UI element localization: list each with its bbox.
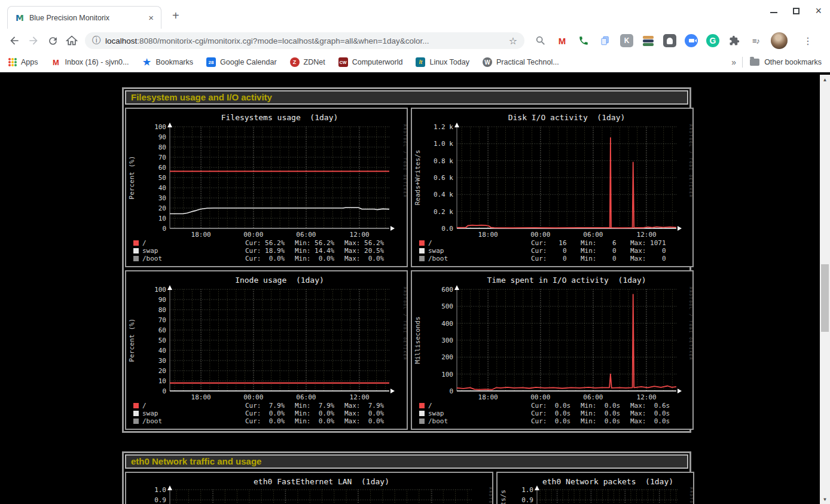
svg-text:50: 50 bbox=[158, 337, 166, 344]
svg-text:80: 80 bbox=[158, 143, 166, 151]
svg-text:30: 30 bbox=[158, 357, 166, 365]
svg-text:200: 200 bbox=[441, 353, 453, 361]
svg-text:06:00: 06:00 bbox=[296, 393, 316, 401]
section-title: Filesystem usage and I/O activity bbox=[131, 92, 272, 102]
chart-panel-eth0-lan[interactable]: 18:0000:0006:0012:000.00.10.20.30.40.50.… bbox=[125, 472, 493, 504]
voice-icon[interactable] bbox=[577, 34, 590, 47]
legend-cur: Cur: 56.2% bbox=[245, 239, 295, 247]
legend-cur: Cur: 0.0s bbox=[531, 417, 581, 425]
chart-legend: /Cur: 16Min: 6Max: 1071 swapCur: 0Min: 0… bbox=[412, 238, 692, 262]
legend-max: Max: 0.0% bbox=[344, 410, 394, 417]
legend-max: Max: 0.0% bbox=[344, 255, 394, 262]
svg-text:18:00: 18:00 bbox=[191, 231, 211, 238]
svg-text:500: 500 bbox=[441, 303, 453, 310]
inode-usage-chart: 18:0000:0006:0012:0001020304050607080901… bbox=[126, 271, 407, 401]
legend-series-name: /boot bbox=[142, 417, 245, 425]
svg-text:18:00: 18:00 bbox=[478, 393, 498, 401]
svg-text:40: 40 bbox=[158, 184, 166, 192]
browser-menu-icon[interactable]: ⋮ bbox=[803, 35, 813, 47]
svg-text:600: 600 bbox=[441, 286, 453, 294]
legend-series-name: swap bbox=[142, 247, 245, 255]
apps-grid-icon bbox=[8, 58, 17, 66]
other-bookmarks-button[interactable]: Other bookmarks bbox=[750, 58, 822, 66]
bookmark-label: ZDNet bbox=[304, 58, 325, 66]
bookmark-item-computerworld[interactable]: CW Computerworld bbox=[338, 57, 403, 67]
scroll-down-arrow[interactable]: ▼ bbox=[820, 494, 830, 504]
chart-panel-time-io[interactable]: 18:0000:0006:0012:000100200300400500600T… bbox=[411, 270, 694, 430]
browser-tab[interactable]: M Blue Precision Monitorix × bbox=[7, 6, 161, 29]
legend-cur: Cur: 0 bbox=[531, 247, 581, 255]
legend-max: Max: 0.6s bbox=[630, 402, 680, 410]
chart-panel-filesystems-usage[interactable]: 18:0000:0006:0012:0001020304050607080901… bbox=[125, 108, 408, 267]
filesystems-usage-chart: 18:0000:0006:0012:0001020304050607080901… bbox=[126, 109, 407, 238]
legend-swatch bbox=[133, 403, 139, 408]
forward-button[interactable] bbox=[24, 31, 43, 50]
svg-text:400: 400 bbox=[441, 320, 453, 328]
bookmark-item-linuxtoday[interactable]: lt Linux Today bbox=[416, 57, 469, 67]
window-close-button[interactable]: × bbox=[815, 7, 822, 14]
zoom-camera-icon[interactable] bbox=[685, 34, 698, 47]
monitorix-favicon: M bbox=[15, 13, 25, 23]
svg-text:40: 40 bbox=[158, 347, 166, 355]
legend-series-name: / bbox=[428, 239, 531, 247]
reload-button[interactable] bbox=[43, 31, 62, 50]
legend-min: Min: 0 bbox=[581, 247, 630, 255]
svg-text:06:00: 06:00 bbox=[583, 393, 603, 401]
svg-text:Milliseconds: Milliseconds bbox=[414, 316, 422, 364]
walker-extension-icon[interactable]: K bbox=[620, 34, 633, 47]
bookmark-item-inbox[interactable]: M Inbox (16) - sjvn0... bbox=[51, 57, 129, 67]
new-tab-button[interactable]: + bbox=[172, 10, 179, 22]
legend-row: /Cur: 16Min: 6Max: 1071 bbox=[419, 239, 692, 247]
bookmark-star-icon[interactable]: ☆ bbox=[509, 35, 517, 47]
copy-icon[interactable] bbox=[599, 34, 612, 47]
svg-text:1.0: 1.0 bbox=[521, 486, 533, 494]
svg-text:eth0 FastEthernet LAN (1day): eth0 FastEthernet LAN (1day) bbox=[254, 477, 389, 486]
legend-row: /Cur: 0.0sMin: 0.0sMax: 0.6s bbox=[419, 402, 692, 410]
svg-text:1.0 k: 1.0 k bbox=[434, 140, 453, 148]
scrollbar-thumb[interactable] bbox=[821, 264, 829, 332]
chart-panel-disk-io[interactable]: 18:0000:0006:0012:000.00.2 k0.4 k0.6 k0.… bbox=[411, 108, 694, 267]
lamp-icon[interactable] bbox=[663, 34, 676, 47]
playlist-icon[interactable]: ≡♪ bbox=[749, 34, 762, 47]
tab-close-icon[interactable]: × bbox=[146, 13, 156, 23]
bookmark-item-calendar[interactable]: 28 Google Calendar bbox=[206, 57, 277, 67]
search-icon[interactable] bbox=[534, 34, 547, 47]
puzzle-icon[interactable] bbox=[728, 34, 741, 47]
home-button[interactable] bbox=[62, 31, 81, 50]
section-header: Filesystem usage and I/O activity bbox=[125, 90, 688, 105]
vertical-scrollbar[interactable]: ▲ ▼ bbox=[820, 75, 830, 504]
svg-text:1.2 k: 1.2 k bbox=[434, 123, 453, 131]
legend-min: Min: 0.0% bbox=[295, 410, 344, 417]
grammarly-icon[interactable]: G bbox=[706, 34, 719, 47]
svg-text:20: 20 bbox=[158, 367, 166, 375]
profile-avatar[interactable] bbox=[771, 32, 788, 49]
legend-cur: Cur: 0.0% bbox=[245, 410, 295, 417]
tab-title: Blue Precision Monitorix bbox=[29, 14, 146, 22]
bookmark-item-apps[interactable]: Apps bbox=[8, 58, 38, 66]
svg-text:20: 20 bbox=[158, 204, 166, 212]
svg-text:RRDTOOL / TOBI OETIKER: RRDTOOL / TOBI OETIKER bbox=[489, 487, 492, 504]
svg-text:0.6 k: 0.6 k bbox=[434, 174, 453, 182]
gmail-icon[interactable]: M bbox=[556, 34, 569, 47]
legend-series-name: swap bbox=[428, 410, 531, 417]
svg-text:RRDTOOL / TOBI OETIKER: RRDTOOL / TOBI OETIKER bbox=[689, 487, 693, 504]
svg-text:80: 80 bbox=[158, 306, 166, 314]
scroll-up-arrow[interactable]: ▲ bbox=[820, 75, 830, 84]
bookmark-item-bookmarks[interactable]: ★ Bookmarks bbox=[142, 57, 194, 67]
legend-swatch bbox=[419, 240, 425, 246]
bookmark-item-practical-technology[interactable]: W Practical Technol... bbox=[483, 57, 559, 67]
stack-icon[interactable] bbox=[642, 34, 655, 47]
minimize-button[interactable] bbox=[770, 12, 777, 13]
address-bar[interactable]: ⓘ localhost:8080/monitorix-cgi/monitorix… bbox=[85, 32, 524, 49]
bookmark-item-zdnet[interactable]: Z ZDNet bbox=[290, 57, 325, 67]
legend-swatch bbox=[419, 419, 425, 424]
chart-panel-inode-usage[interactable]: 18:0000:0006:0012:0001020304050607080901… bbox=[125, 270, 408, 430]
chart-panel-eth0-packets[interactable]: 18:0000:0006:0012:000.00.10.20.30.40.50.… bbox=[496, 472, 694, 504]
back-button[interactable] bbox=[5, 31, 24, 50]
page-info-icon[interactable]: ⓘ bbox=[92, 35, 100, 46]
maximize-button[interactable] bbox=[793, 8, 800, 14]
star-icon: ★ bbox=[142, 57, 152, 67]
bookmarks-overflow-chevron[interactable]: » bbox=[725, 57, 742, 67]
legend-max: Max: 7.9% bbox=[344, 402, 394, 410]
legend-row: swapCur: 0.0%Min: 0.0%Max: 0.0% bbox=[133, 410, 407, 417]
